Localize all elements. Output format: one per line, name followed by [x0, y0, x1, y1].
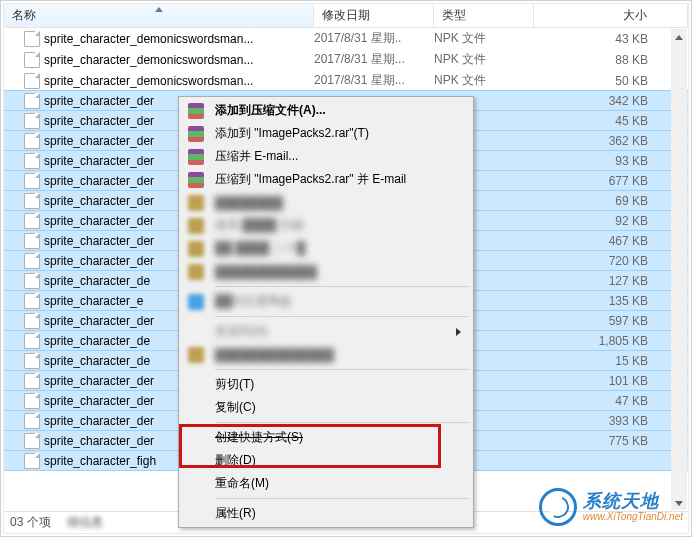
menu-item[interactable]: 压缩并 E-mail... — [181, 145, 471, 168]
file-size: 467 KB — [534, 234, 688, 248]
file-size: 597 KB — [534, 314, 688, 328]
menu-label: 属性(R) — [215, 505, 256, 522]
file-size: 677 KB — [534, 174, 688, 188]
file-size: 342 KB — [534, 94, 688, 108]
context-menu[interactable]: 添加到压缩文件(A)...添加到 "ImagePacks2.rar"(T)压缩并… — [178, 96, 474, 528]
column-size[interactable]: 大小 — [534, 4, 688, 27]
table-row[interactable]: sprite_character_demonicswordsman...2017… — [4, 49, 688, 70]
item-count: 03 个项 — [10, 514, 51, 531]
file-size: 43 KB — [534, 32, 688, 46]
file-size: 393 KB — [534, 414, 688, 428]
file-size: 69 KB — [534, 194, 688, 208]
watermark-icon — [539, 488, 577, 526]
file-icon — [24, 273, 40, 289]
winrar-icon — [187, 125, 205, 143]
app-icon — [187, 217, 205, 235]
menu-item[interactable]: 复制(C) — [181, 396, 471, 419]
menu-item[interactable]: 重命名(M) — [181, 472, 471, 495]
vertical-scrollbar[interactable] — [671, 29, 687, 510]
status-detail: 细信息 — [67, 514, 103, 531]
file-icon — [24, 333, 40, 349]
file-icon — [24, 31, 40, 47]
file-name: sprite_character_demonicswordsman... — [44, 53, 314, 67]
menu-item[interactable]: 添加到 "ImagePacks2.rar"(T) — [181, 122, 471, 145]
table-row[interactable]: sprite_character_demonicswordsman...2017… — [4, 70, 688, 91]
file-size: 101 KB — [534, 374, 688, 388]
column-name[interactable]: 名称 — [4, 4, 314, 27]
file-icon — [24, 233, 40, 249]
watermark-title: 系统天地 — [583, 492, 683, 512]
menu-item[interactable]: 发送到(N) — [181, 320, 471, 343]
column-date[interactable]: 修改日期 — [314, 4, 434, 27]
menu-label: 剪切(T) — [215, 376, 254, 393]
file-date: 2017/8/31 星期.. — [314, 30, 434, 47]
menu-item[interactable]: ████████████ — [181, 260, 471, 283]
file-size: 45 KB — [534, 114, 688, 128]
file-size: 1,805 KB — [534, 334, 688, 348]
table-row[interactable]: sprite_character_demonicswordsman...2017… — [4, 28, 688, 49]
file-size: 47 KB — [534, 394, 688, 408]
menu-item[interactable]: 创建快捷方式(S) — [181, 426, 471, 449]
menu-label: 复制(C) — [215, 399, 256, 416]
menu-item[interactable]: 压缩到 "ImagePacks2.rar" 并 E-mail — [181, 168, 471, 191]
watermark: 系统天地 www.XiTongTianDi.net — [539, 488, 683, 526]
file-size: 127 KB — [534, 274, 688, 288]
menu-label: ████████████ — [215, 265, 317, 279]
file-icon — [24, 113, 40, 129]
file-size: 93 KB — [534, 154, 688, 168]
menu-item[interactable]: 属性(R) — [181, 502, 471, 525]
column-header[interactable]: 名称 修改日期 类型 大小 — [4, 4, 688, 28]
app-icon — [187, 293, 205, 311]
file-icon — [24, 293, 40, 309]
file-name: sprite_character_demonicswordsman... — [44, 32, 314, 46]
file-icon — [24, 52, 40, 68]
file-date: 2017/8/31 星期... — [314, 51, 434, 68]
file-size: 720 KB — [534, 254, 688, 268]
file-icon — [24, 93, 40, 109]
file-icon — [24, 173, 40, 189]
menu-label: 使用 ████ 扫描 — [215, 217, 304, 234]
scroll-up-button[interactable] — [671, 29, 687, 45]
menu-label: 创建快捷方式(S) — [215, 429, 303, 446]
file-size: 135 KB — [534, 294, 688, 308]
menu-item[interactable]: ██ ████ 二十█ — [181, 237, 471, 260]
sort-arrow-icon — [155, 7, 163, 12]
menu-item[interactable]: 剪切(T) — [181, 373, 471, 396]
menu-label: ████████ — [215, 196, 283, 210]
menu-item[interactable]: 删除(D) — [181, 449, 471, 472]
menu-label: 发送到(N) — [215, 323, 268, 340]
submenu-arrow-icon — [456, 328, 461, 336]
file-icon — [24, 353, 40, 369]
column-type[interactable]: 类型 — [434, 4, 534, 27]
menu-label: 重命名(M) — [215, 475, 269, 492]
menu-item[interactable]: 使用 ████ 扫描 — [181, 214, 471, 237]
app-icon — [187, 194, 205, 212]
file-size: 15 KB — [534, 354, 688, 368]
file-icon — [24, 313, 40, 329]
file-size: 775 KB — [534, 434, 688, 448]
menu-label: ██████████████ — [215, 348, 334, 362]
file-icon — [24, 153, 40, 169]
file-size: 92 KB — [534, 214, 688, 228]
file-icon — [24, 73, 40, 89]
menu-item[interactable]: ██到百度网盘 — [181, 290, 471, 313]
file-size: 50 KB — [534, 74, 688, 88]
file-icon — [24, 433, 40, 449]
file-icon — [24, 253, 40, 269]
menu-item[interactable]: ██████████████ — [181, 343, 471, 366]
winrar-icon — [187, 102, 205, 120]
menu-separator — [215, 316, 469, 317]
menu-separator — [215, 286, 469, 287]
menu-label: 删除(D) — [215, 452, 256, 469]
file-type: NPK 文件 — [434, 51, 534, 68]
winrar-icon — [187, 171, 205, 189]
app-icon — [187, 346, 205, 364]
menu-label: 添加到 "ImagePacks2.rar"(T) — [215, 125, 369, 142]
file-icon — [24, 193, 40, 209]
file-icon — [24, 373, 40, 389]
menu-item[interactable]: 添加到压缩文件(A)... — [181, 99, 471, 122]
file-icon — [24, 413, 40, 429]
file-type: NPK 文件 — [434, 30, 534, 47]
file-icon — [24, 213, 40, 229]
menu-item[interactable]: ████████ — [181, 191, 471, 214]
